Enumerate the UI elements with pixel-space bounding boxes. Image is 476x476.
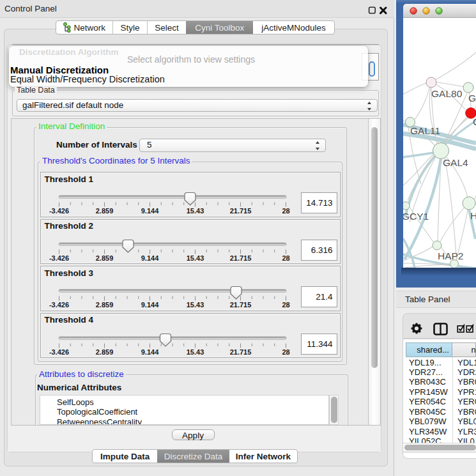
svg-text:28: 28 — [282, 254, 289, 261]
svg-text:-3.426: -3.426 — [49, 207, 68, 215]
svg-text:HIS: HIS — [470, 210, 476, 221]
svg-text:HAP2: HAP2 — [438, 250, 464, 261]
svg-text:-3.426: -3.426 — [49, 301, 68, 309]
svg-text:GAL11: GAL11 — [410, 125, 440, 136]
svg-text:28: 28 — [282, 207, 289, 215]
svg-text:2.859: 2.859 — [95, 254, 113, 261]
svg-text:15.43: 15.43 — [186, 254, 204, 261]
svg-text:GA: GA — [468, 93, 476, 104]
svg-text:2.859: 2.859 — [95, 348, 113, 355]
svg-text:15.43: 15.43 — [186, 207, 204, 215]
svg-text:9.144: 9.144 — [141, 301, 158, 309]
svg-text:2.859: 2.859 — [95, 301, 113, 309]
svg-text:2.859: 2.859 — [95, 207, 113, 215]
svg-text:9.144: 9.144 — [141, 254, 158, 261]
svg-text:-3.426: -3.426 — [49, 254, 68, 261]
svg-text:21.715: 21.715 — [229, 348, 251, 355]
svg-text:21.715: 21.715 — [229, 254, 251, 261]
svg-text:15.43: 15.43 — [186, 348, 204, 355]
svg-text:CD: CD — [473, 116, 476, 127]
svg-text:28: 28 — [282, 348, 289, 355]
svg-text:GAL4: GAL4 — [443, 157, 468, 168]
svg-text:15.43: 15.43 — [186, 301, 204, 309]
svg-text:9.144: 9.144 — [141, 207, 158, 215]
svg-text:28: 28 — [282, 301, 289, 309]
svg-text:GAL80: GAL80 — [431, 88, 463, 99]
svg-text:9.144: 9.144 — [141, 348, 158, 355]
svg-text:GCY1: GCY1 — [403, 211, 429, 222]
svg-text:21.715: 21.715 — [229, 207, 251, 215]
svg-text:21.715: 21.715 — [229, 301, 251, 309]
svg-text:-3.426: -3.426 — [49, 348, 68, 355]
